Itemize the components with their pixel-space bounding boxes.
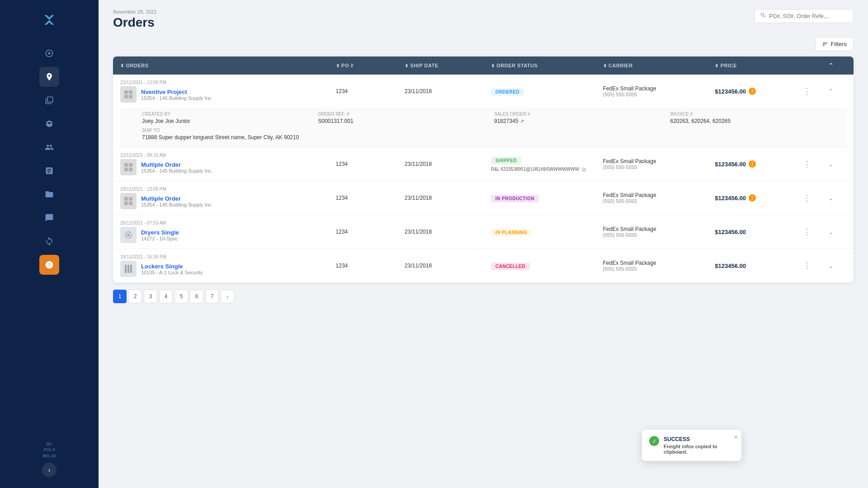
- row-menu-button[interactable]: ⋮: [801, 158, 813, 170]
- carrier-phone: (555) 555-5555: [603, 266, 715, 272]
- carrier-phone: (555) 555-5555: [603, 198, 715, 204]
- orders-table: ⬍ ORDERS ⬍ PO # ⬍ SHIP DATE ⬍ ORDER STAT…: [113, 56, 854, 282]
- svg-rect-6: [129, 163, 132, 167]
- sidebar-item-catalog[interactable]: [39, 90, 59, 110]
- row-datetime: 23/11/2021 - 13:00 PM: [120, 187, 336, 192]
- detail-label: Invoice #: [670, 112, 847, 117]
- row-main: 22/11/2021 - 09:10 AM Multiple Order 153…: [120, 147, 846, 181]
- sidebar-item-sync[interactable]: [39, 231, 59, 251]
- row-expanded-details: Created By Joey Joe Joe Junior Order Ref…: [120, 108, 846, 147]
- row-expand-button[interactable]: ⌃: [828, 160, 834, 168]
- row-expand-button[interactable]: ⌃: [828, 262, 834, 269]
- page-header: November 28, 2021 Orders: [99, 0, 868, 37]
- row-name-wrap: Multiple Order 15354 - 145 Building Supp…: [120, 193, 336, 209]
- row-carrier: FedEx Small Package (555) 555-5555: [603, 260, 715, 272]
- status-badge: IN PRODUCTION: [491, 195, 539, 202]
- row-order-name[interactable]: Dryers Single: [141, 229, 179, 236]
- col-price[interactable]: ⬍ PRICE: [715, 63, 801, 68]
- row-expand-cell: ⌃: [828, 194, 846, 202]
- row-collapse-button[interactable]: ⌃: [828, 88, 834, 95]
- sort-ship-date-icon: ⬍: [405, 63, 409, 68]
- row-menu-button[interactable]: ⋮: [801, 226, 813, 238]
- tracking-row: R&L 6333538951@1081#8/5WWWWWWW ⧉: [491, 166, 603, 173]
- svg-rect-2: [129, 90, 132, 94]
- row-ship-date: 23/11/2018: [405, 263, 491, 269]
- row-order-name[interactable]: Multiple Order: [141, 161, 212, 168]
- logo[interactable]: [40, 11, 58, 29]
- sidebar-item-products[interactable]: [39, 114, 59, 134]
- sidebar-item-reports[interactable]: [39, 161, 59, 181]
- svg-rect-5: [124, 163, 128, 167]
- price-wrap: $123456.00: [715, 229, 801, 235]
- detail-label: Order Ref. #: [318, 112, 495, 117]
- table-row: 23/11/2021 - 13:00 PM Nventive Project 1…: [113, 75, 854, 147]
- copy-tracking-button[interactable]: ⧉: [582, 166, 586, 173]
- row-ship-date: 23/11/2018: [405, 161, 491, 167]
- toast-close-button[interactable]: ×: [734, 433, 738, 441]
- row-expand-button[interactable]: ⌃: [828, 228, 834, 235]
- row-menu-button[interactable]: ⋮: [801, 192, 813, 204]
- sidebar-bottom: QA FO1.0 B01.20 ›: [42, 441, 57, 488]
- row-actions: ⋮: [801, 158, 828, 170]
- svg-rect-9: [124, 197, 128, 201]
- row-menu-button[interactable]: ⋮: [801, 85, 813, 97]
- search-bar[interactable]: [754, 9, 854, 23]
- sidebar-item-messages[interactable]: [39, 208, 59, 228]
- row-po: 1234: [336, 229, 405, 235]
- svg-rect-7: [124, 168, 128, 171]
- price-value: $123456.00: [715, 88, 746, 95]
- row-thumbnail: [120, 227, 137, 243]
- row-po: 1234: [336, 161, 405, 167]
- search-input[interactable]: [769, 13, 848, 19]
- sidebar-item-dashboard[interactable]: [39, 43, 59, 63]
- detail-sales-order: Sales Order # 91827345 ↗: [494, 112, 670, 124]
- col-expand: ⌃: [828, 62, 846, 69]
- sidebar-item-files[interactable]: [39, 184, 59, 204]
- row-order-sub: 15354 - 145 Building Supply Inc.: [141, 95, 212, 101]
- external-link-icon[interactable]: ↗: [520, 118, 524, 124]
- row-carrier: FedEx Small Package (555) 555-5555: [603, 85, 715, 97]
- filters-button[interactable]: Filters: [815, 37, 854, 51]
- row-datetime: 22/11/2021 - 09:10 AM: [120, 153, 336, 158]
- row-price: $123456.00: [715, 263, 801, 269]
- page-7-button[interactable]: 7: [205, 290, 219, 303]
- collapse-all-icon[interactable]: ⌃: [828, 62, 834, 69]
- detail-value: 71888 Super dupper longuest Street name,…: [142, 134, 846, 141]
- page-6-button[interactable]: 6: [190, 290, 203, 303]
- sidebar-item-orders[interactable]: [39, 67, 59, 87]
- col-order-status[interactable]: ⬍ ORDER STATUS: [491, 63, 603, 68]
- row-main: 23/11/2021 - 13:00 PM Nventive Project 1…: [120, 75, 846, 108]
- toast-check-icon: ✓: [649, 436, 659, 446]
- col-orders[interactable]: ⬍ ORDERS: [120, 63, 336, 68]
- carrier-name: FedEx Small Package: [603, 85, 715, 92]
- page-5-button[interactable]: 5: [175, 290, 188, 303]
- page-2-button[interactable]: 2: [128, 290, 142, 303]
- row-expand-cell: ⌃: [828, 160, 846, 168]
- page-4-button[interactable]: 4: [159, 290, 173, 303]
- sort-carrier-icon: ⬍: [603, 63, 607, 68]
- page-3-button[interactable]: 3: [144, 290, 157, 303]
- svg-rect-17: [130, 265, 132, 273]
- svg-rect-10: [129, 197, 132, 201]
- col-po[interactable]: ⬍ PO #: [336, 63, 405, 68]
- sidebar-item-alert[interactable]: [39, 255, 59, 275]
- detail-label: Sales Order #: [494, 112, 670, 117]
- row-order-name[interactable]: Multiple Order: [141, 195, 212, 202]
- sidebar-expand-button[interactable]: ›: [42, 463, 57, 477]
- carrier-name: FedEx Small Package: [603, 192, 715, 198]
- col-carrier[interactable]: ⬍ CARRIER: [603, 63, 715, 68]
- carrier-name: FedEx Small Package: [603, 260, 715, 266]
- sort-status-icon: ⬍: [491, 63, 495, 68]
- row-order-name[interactable]: Nventive Project: [141, 89, 212, 95]
- row-ship-date: 23/11/2018: [405, 195, 491, 201]
- row-name-wrap: Lockers Single 10135 - A-1 Lock & Securi…: [120, 261, 336, 277]
- col-ship-date[interactable]: ⬍ SHIP DATE: [405, 63, 491, 68]
- page-1-button[interactable]: 1: [113, 290, 127, 303]
- row-order-name[interactable]: Lockers Single: [141, 263, 203, 270]
- row-carrier: FedEx Small Package (555) 555-5555: [603, 158, 715, 170]
- row-expand-button[interactable]: ⌃: [828, 194, 834, 202]
- sidebar-item-contacts[interactable]: [39, 137, 59, 157]
- row-menu-button[interactable]: ⋮: [801, 260, 813, 272]
- next-page-button[interactable]: ›: [221, 290, 234, 303]
- svg-rect-4: [129, 95, 132, 99]
